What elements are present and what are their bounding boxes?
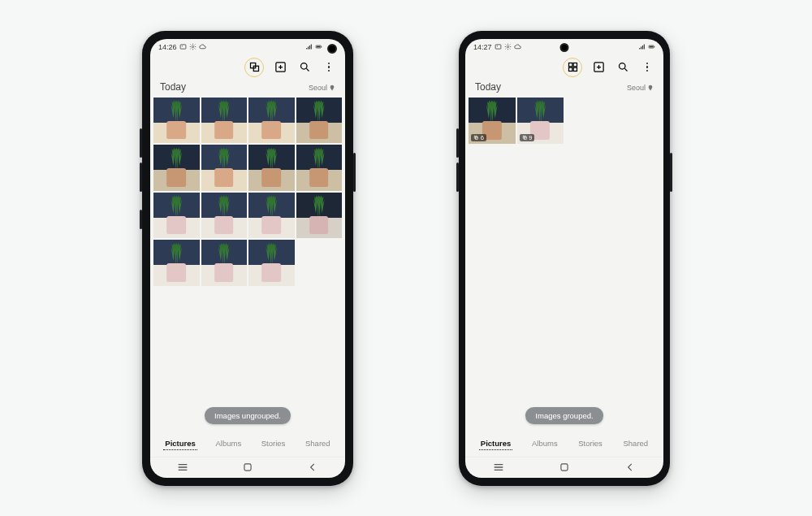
create-button[interactable]: [590, 59, 607, 76]
svg-rect-5: [317, 46, 321, 48]
tab-pictures[interactable]: Pictures: [479, 437, 513, 450]
tab-stories[interactable]: Stories: [577, 437, 604, 450]
bixby-button: [140, 210, 142, 229]
phone-note10-frame: 14:27: [459, 31, 670, 486]
home-button[interactable]: [556, 459, 572, 475]
tab-shared[interactable]: Shared: [622, 437, 650, 450]
clock: 14:27: [473, 43, 492, 51]
photo-thumbnail[interactable]: [248, 98, 295, 144]
power-button: [670, 153, 672, 192]
location-label[interactable]: Seoul: [309, 84, 335, 92]
signal-icon: [638, 43, 646, 50]
svg-point-9: [300, 63, 307, 70]
toast: Images ungrouped.: [205, 407, 291, 424]
section-header: Today Seoul: [150, 80, 345, 98]
volume-up-button: [456, 128, 459, 158]
tab-pictures[interactable]: Pictures: [163, 437, 197, 450]
bottom-tabs: PicturesAlbumsStoriesShared: [150, 432, 345, 457]
photo-thumbnail[interactable]: [201, 193, 248, 239]
tab-albums[interactable]: Albums: [214, 437, 243, 450]
toolbar: [465, 54, 663, 80]
svg-point-13: [507, 46, 508, 47]
photo-grid[interactable]: [150, 98, 345, 286]
phone-s10-frame: 14:26: [142, 31, 353, 486]
bottom-tabs: PicturesAlbumsStoriesShared: [465, 432, 663, 457]
svg-rect-18: [573, 63, 577, 67]
location-pin-icon: [647, 85, 654, 91]
battery-icon: [648, 43, 655, 50]
front-camera: [327, 44, 337, 54]
photo-thumbnail[interactable]: [153, 193, 200, 239]
photo-thumbnail[interactable]: [153, 240, 200, 286]
location-label[interactable]: Seoul: [627, 84, 654, 92]
more-options-button[interactable]: [639, 59, 655, 76]
svg-rect-16: [650, 46, 654, 48]
recents-button[interactable]: [490, 459, 507, 475]
section-header: Today Seoul: [465, 80, 663, 98]
svg-rect-19: [568, 67, 572, 71]
photo-thumbnail[interactable]: [201, 98, 248, 144]
search-button[interactable]: [615, 59, 631, 76]
section-title: Today: [160, 81, 186, 93]
nav-bar: [465, 457, 663, 478]
photo-grid[interactable]: 69: [465, 98, 663, 145]
photo-thumbnail[interactable]: [201, 145, 248, 191]
photo-thumbnail[interactable]: [248, 240, 295, 286]
stack-count-badge: 6: [471, 134, 486, 141]
cloud-icon: [514, 43, 521, 50]
home-button[interactable]: [240, 459, 256, 475]
tab-shared[interactable]: Shared: [304, 437, 332, 450]
photo-thumbnail[interactable]: [296, 145, 343, 191]
photo-thumbnail[interactable]: [153, 145, 200, 191]
cloud-icon: [199, 43, 206, 50]
back-button[interactable]: [304, 459, 321, 475]
volume-up-button: [140, 128, 142, 158]
svg-rect-4: [322, 46, 322, 48]
image-icon: [179, 43, 187, 50]
location-pin-icon: [329, 85, 335, 91]
signal-icon: [305, 43, 313, 50]
photo-thumbnail[interactable]: [296, 193, 343, 239]
toast: Images grouped.: [525, 407, 603, 424]
photo-thumbnail[interactable]: 6: [469, 98, 516, 145]
nav-bar: [150, 457, 345, 478]
svg-rect-17: [568, 63, 572, 67]
tab-stories[interactable]: Stories: [260, 437, 287, 450]
photo-thumbnail[interactable]: [201, 240, 248, 286]
svg-rect-15: [654, 46, 655, 48]
gear-icon: [504, 43, 512, 50]
svg-rect-10: [244, 464, 251, 470]
svg-rect-11: [495, 45, 501, 49]
photo-thumbnail[interactable]: [248, 145, 295, 191]
search-button[interactable]: [296, 59, 313, 76]
group-toggle-button[interactable]: [563, 58, 582, 77]
create-button[interactable]: [272, 59, 288, 76]
screen: 14:27: [465, 39, 663, 478]
stack-count-badge: 9: [520, 134, 535, 141]
status-bar: 14:26: [150, 39, 345, 54]
volume-down-button: [456, 163, 459, 192]
section-title: Today: [475, 81, 501, 93]
photo-thumbnail[interactable]: 9: [517, 98, 564, 145]
more-options-button[interactable]: [321, 59, 337, 76]
recents-button[interactable]: [175, 459, 191, 475]
svg-rect-27: [561, 464, 568, 470]
svg-point-22: [619, 63, 625, 70]
photo-thumbnail[interactable]: [296, 98, 343, 144]
clock: 14:26: [158, 43, 177, 51]
tab-albums[interactable]: Albums: [530, 437, 559, 450]
battery-icon: [315, 43, 322, 50]
svg-point-12: [496, 46, 497, 46]
power-button: [353, 153, 356, 192]
image-icon: [495, 43, 502, 50]
screen: 14:26: [150, 39, 345, 478]
photo-thumbnail[interactable]: [153, 98, 200, 144]
back-button[interactable]: [622, 459, 638, 475]
svg-point-2: [192, 46, 193, 47]
svg-rect-0: [180, 45, 186, 49]
gear-icon: [189, 43, 197, 50]
volume-down-button: [140, 163, 142, 192]
group-toggle-button[interactable]: [244, 58, 264, 77]
photo-thumbnail[interactable]: [248, 193, 295, 239]
front-camera: [560, 43, 569, 52]
